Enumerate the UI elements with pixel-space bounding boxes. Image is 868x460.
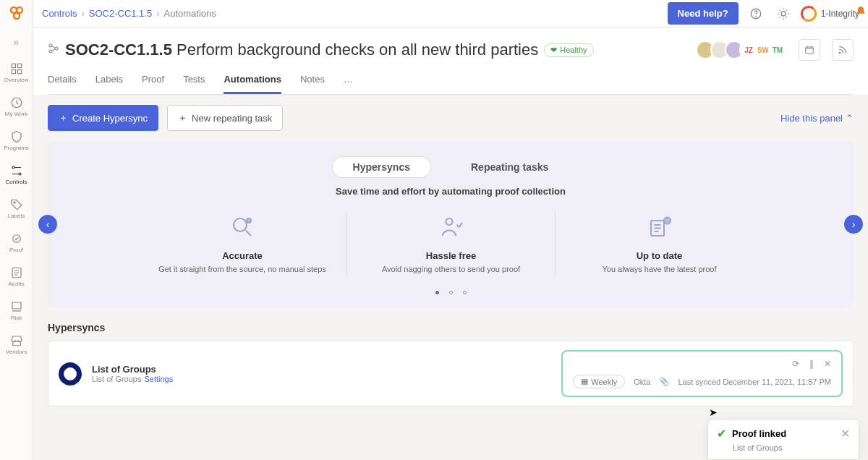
svg-point-9 [19, 173, 21, 175]
breadcrumb-current: Automations [164, 8, 216, 19]
breadcrumb: Controls › SOC2-CC1.1.5 › Automations [42, 8, 216, 19]
frequency-chip[interactable]: ▦ Weekly [573, 375, 625, 388]
sidebar-item-vendors[interactable]: Vendors [0, 328, 33, 361]
svg-rect-19 [806, 47, 814, 54]
feature-row: AccurateGet it straight from the source,… [48, 211, 854, 275]
svg-point-23 [446, 218, 452, 225]
carousel-dots [48, 291, 854, 294]
hypersync-close-icon[interactable]: ✕ [824, 359, 831, 369]
toast-close-icon[interactable]: ✕ [841, 427, 850, 440]
automation-panel: ‹ › HypersyncsRepeating tasks Save time … [48, 141, 854, 307]
hypersync-refresh-icon[interactable]: ⟳ [792, 359, 799, 369]
seg-hypersyncs[interactable]: Hypersyncs [333, 157, 430, 177]
feature-icon [367, 211, 535, 243]
svg-point-18 [55, 47, 58, 50]
rss-button[interactable] [832, 39, 854, 61]
feature-icon [158, 211, 326, 243]
calendar-button[interactable] [799, 39, 820, 61]
tab-tests[interactable]: Tests [183, 74, 205, 94]
main: SOC2-CC1.1.5 Perform background checks o… [33, 27, 868, 460]
org-ring-icon [801, 6, 817, 22]
svg-rect-3 [12, 64, 15, 67]
sidebar-item-labels[interactable]: Labels [0, 192, 33, 225]
feature-hassle-free: Hassle freeAvoid nagging others to send … [346, 211, 555, 275]
tab-notes[interactable]: Notes [300, 74, 325, 94]
theme-icon[interactable] [773, 4, 793, 24]
check-icon: ✔ [717, 427, 726, 440]
attachment-icon: 📎 [659, 377, 669, 386]
svg-point-10 [13, 202, 14, 203]
hypersync-last-synced: Last synced December 11, 2021, 11:57 PM [678, 378, 831, 386]
hide-panel-link[interactable]: Hide this panel ⌃ [780, 113, 854, 124]
sidebar-item-mywork[interactable]: My Work [0, 90, 33, 123]
carousel-dot-2[interactable] [449, 291, 453, 294]
svg-point-14 [755, 16, 756, 17]
sidebar-item-proof[interactable]: Proof [0, 226, 33, 259]
help-icon[interactable] [746, 4, 766, 24]
assignee-avatars[interactable]: JZSWTM [700, 41, 787, 59]
svg-point-25 [664, 218, 671, 224]
control-node-icon [48, 43, 59, 57]
svg-point-17 [49, 50, 52, 53]
breadcrumb-id[interactable]: SOC2-CC1.1.5 [89, 8, 152, 19]
carousel-dot-1[interactable] [435, 291, 439, 294]
svg-rect-6 [17, 70, 21, 74]
hypersync-name: List of Groups [92, 364, 173, 375]
feature-up-to-date: Up to dateYou always have the latest pro… [555, 211, 763, 275]
svg-point-1 [17, 7, 22, 13]
carousel-next-button[interactable]: › [844, 215, 863, 234]
feature-icon [576, 211, 743, 243]
hypersync-card[interactable]: List of Groups List of GroupsSettings ⟳ … [48, 341, 854, 406]
svg-point-22 [247, 218, 251, 223]
sidebar-item-risk[interactable]: Risk [0, 294, 33, 327]
toast: ✔ Proof linked ✕ List of Groups [707, 419, 859, 460]
carousel-prev-button[interactable]: ‹ [38, 215, 57, 234]
need-help-button[interactable]: Need help? [668, 2, 739, 25]
tab-automations[interactable]: Automations [224, 74, 281, 94]
tabs: DetailsLabelsProofTestsAutomationsNotes… [48, 74, 854, 95]
svg-rect-5 [12, 70, 15, 74]
new-repeating-task-button[interactable]: ＋ New repeating task [167, 105, 283, 131]
page-title: SOC2-CC1.1.5 Perform background checks o… [65, 41, 538, 59]
hypersyncs-section-title: Hypersyncs [48, 322, 854, 333]
panel-tagline: Save time and effort by automating proof… [48, 186, 854, 197]
sidebar-item-overview[interactable]: Overview [0, 56, 33, 89]
topbar: Controls › SOC2-CC1.1.5 › Automations Ne… [33, 0, 868, 27]
sidebar-expand-icon[interactable]: » [14, 36, 20, 48]
sidebar-item-audits[interactable]: Audits [0, 260, 33, 293]
tab-details[interactable]: Details [48, 74, 77, 94]
health-badge: ❤ Healthy [544, 43, 593, 57]
avatar[interactable]: TM [768, 41, 787, 59]
tab-proof[interactable]: Proof [142, 74, 164, 94]
chevron-up-icon: ⌃ [846, 113, 854, 124]
org-switcher[interactable]: 1-Integrity [801, 6, 859, 22]
hypersync-pause-icon[interactable]: ‖ [809, 359, 814, 369]
svg-point-21 [234, 218, 247, 231]
tab-…[interactable]: … [344, 74, 353, 94]
svg-point-15 [781, 12, 786, 16]
carousel-dot-3[interactable] [463, 291, 467, 294]
notifications-icon[interactable] [855, 6, 867, 20]
svg-point-8 [12, 166, 14, 169]
create-hypersync-button[interactable]: ＋ Create Hypersync [48, 105, 158, 131]
okta-icon [59, 362, 82, 386]
hypersync-source: Okta [634, 378, 650, 386]
svg-point-2 [14, 13, 20, 19]
segmented-control: HypersyncsRepeating tasks [333, 157, 569, 177]
hypersync-settings-link[interactable]: Settings [144, 375, 173, 383]
svg-rect-4 [17, 64, 21, 67]
svg-point-20 [839, 52, 841, 54]
toast-sub: List of Groups [733, 443, 850, 452]
tab-labels[interactable]: Labels [95, 74, 123, 94]
page-header: SOC2-CC1.1.5 Perform background checks o… [33, 27, 868, 95]
feature-accurate: AccurateGet it straight from the source,… [138, 211, 346, 275]
sidebar-item-programs[interactable]: Programs [0, 124, 33, 157]
sidebar: » Overview My Work Programs Controls Lab… [0, 0, 33, 460]
app-logo [8, 4, 25, 22]
hypersync-meta: ⟳ ‖ ✕ ▦ Weekly Okta 📎 Last synced Decemb… [561, 350, 843, 397]
sidebar-item-controls[interactable]: Controls [0, 158, 33, 191]
toast-title: Proof linked [732, 428, 786, 439]
seg-repeating-tasks[interactable]: Repeating tasks [451, 157, 569, 177]
svg-point-16 [49, 44, 52, 47]
breadcrumb-controls[interactable]: Controls [42, 8, 77, 19]
